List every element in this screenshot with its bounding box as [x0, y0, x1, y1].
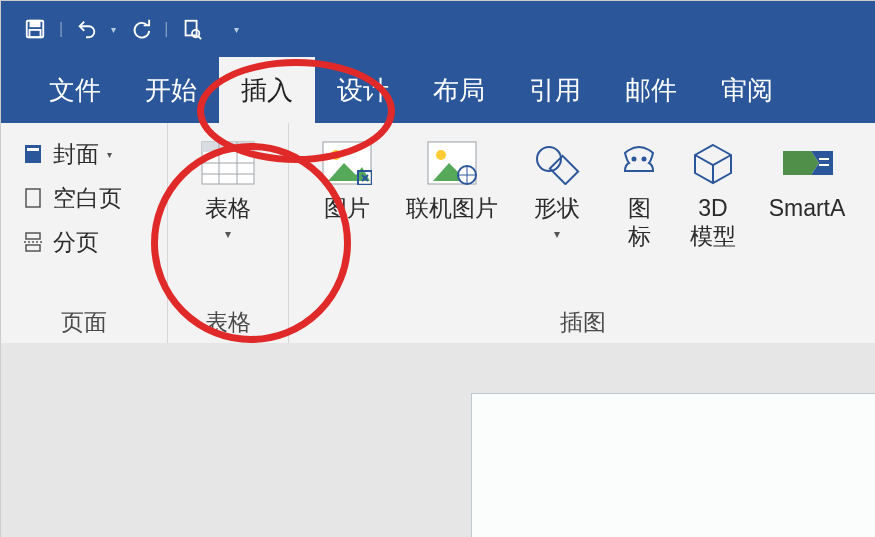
save-icon	[24, 18, 46, 40]
table-label: 表格	[205, 195, 251, 223]
table-button[interactable]: 表格 ▾	[184, 133, 272, 243]
cover-page-button[interactable]: 封面 ▾	[15, 133, 126, 175]
tab-home[interactable]: 开始	[123, 57, 219, 123]
svg-rect-7	[27, 148, 39, 151]
print-preview-button[interactable]	[176, 13, 208, 45]
quick-access-toolbar: | ▾ | ▾	[1, 1, 875, 57]
tab-file[interactable]: 文件	[27, 57, 123, 123]
svg-line-5	[199, 36, 202, 39]
shapes-icon	[529, 135, 585, 191]
cover-page-label: 封面	[53, 139, 99, 170]
3d-label-l2: 模型	[690, 223, 736, 249]
icons-label: 图 标	[628, 195, 651, 250]
redo-button[interactable]	[124, 13, 156, 45]
blank-page-button[interactable]: 空白页	[15, 177, 126, 219]
page-break-button[interactable]: 分页	[15, 221, 126, 263]
picture-button[interactable]: 图片	[303, 133, 391, 225]
chevron-down-icon: ▾	[107, 149, 112, 160]
online-picture-button[interactable]: 联机图片	[397, 133, 507, 225]
svg-rect-6	[25, 145, 41, 163]
svg-rect-11	[202, 142, 254, 152]
svg-rect-3	[186, 21, 197, 36]
preview-icon	[181, 18, 203, 40]
group-tables-label: 表格	[168, 307, 288, 343]
undo-dropdown-icon[interactable]: ▾	[111, 24, 116, 35]
svg-rect-2	[30, 30, 41, 37]
picture-label: 图片	[324, 195, 370, 223]
chevron-down-icon: ▾	[225, 227, 231, 241]
tab-design[interactable]: 设计	[315, 57, 411, 123]
group-pages-label: 页面	[1, 307, 167, 343]
qat-customize-icon[interactable]: ▾	[234, 24, 239, 35]
svg-point-31	[643, 158, 646, 161]
qat-separator: |	[164, 20, 168, 38]
cube-icon	[685, 135, 741, 191]
pages-stack: 封面 ▾ 空白页 分页	[15, 133, 126, 263]
ribbon-tabs: 文件 开始 插入 设计 布局 引用 邮件 审阅	[1, 57, 875, 123]
svg-rect-1	[30, 21, 39, 27]
tab-review[interactable]: 审阅	[699, 57, 795, 123]
3d-models-button[interactable]: 3D 模型	[677, 133, 749, 252]
online-picture-label: 联机图片	[406, 195, 498, 223]
chevron-down-icon: ▾	[554, 227, 560, 241]
page-break-label: 分页	[53, 227, 99, 258]
blank-page-icon	[19, 184, 47, 212]
tab-layout[interactable]: 布局	[411, 57, 507, 123]
3d-models-label: 3D 模型	[690, 195, 736, 250]
icons-icon	[611, 135, 667, 191]
page-break-icon	[19, 228, 47, 256]
tab-references[interactable]: 引用	[507, 57, 603, 123]
smartart-label: SmartA	[769, 195, 846, 223]
cover-page-icon	[19, 140, 47, 168]
smartart-icon	[779, 135, 835, 191]
icons-button[interactable]: 图 标	[607, 133, 671, 252]
svg-point-17	[331, 150, 341, 160]
blank-page-label: 空白页	[53, 183, 122, 214]
qat-separator: |	[59, 20, 63, 38]
svg-point-30	[633, 158, 636, 161]
save-button[interactable]	[19, 13, 51, 45]
document-page[interactable]	[471, 393, 875, 537]
tab-mailings[interactable]: 邮件	[603, 57, 699, 123]
table-icon	[200, 135, 256, 191]
word-window: | ▾ | ▾ 文件 开始 插入 设计 布局 引用 邮件 审阅	[0, 0, 875, 537]
ribbon: 封面 ▾ 空白页 分页	[1, 123, 875, 344]
svg-point-28	[537, 147, 561, 171]
shapes-button[interactable]: 形状 ▾	[513, 133, 601, 243]
icons-label-l1: 图	[628, 195, 651, 221]
document-area[interactable]	[1, 343, 875, 537]
tab-insert[interactable]: 插入	[219, 57, 315, 123]
picture-icon	[319, 135, 375, 191]
online-picture-icon	[424, 135, 480, 191]
svg-point-23	[436, 150, 446, 160]
group-illustrations-label: 插图	[289, 307, 875, 343]
group-tables: 表格 ▾ 表格	[168, 123, 289, 343]
smartart-button[interactable]: SmartA	[755, 133, 859, 225]
svg-rect-8	[26, 189, 40, 207]
icons-label-l2: 标	[628, 223, 651, 249]
group-illustrations: 图片 联机图片 形状 ▾	[289, 123, 875, 343]
group-pages: 封面 ▾ 空白页 分页	[1, 123, 168, 343]
undo-icon	[76, 18, 98, 40]
shapes-label: 形状	[534, 195, 580, 223]
undo-button[interactable]	[71, 13, 103, 45]
3d-label-l1: 3D	[698, 195, 727, 221]
redo-icon	[129, 18, 151, 40]
